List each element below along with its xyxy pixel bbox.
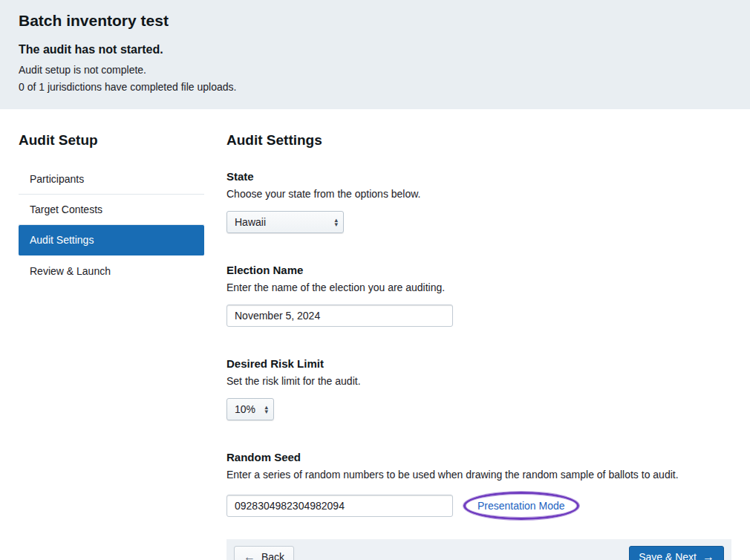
arrow-right-icon: → xyxy=(702,551,714,560)
sidebar-item-participants[interactable]: Participants xyxy=(19,164,204,195)
audit-settings-panel: Audit Settings State Choose your state f… xyxy=(226,131,731,560)
risk-limit-help-text: Set the risk limit for the audit. xyxy=(226,374,731,388)
double-caret-vertical-icon: ▴ ▾ xyxy=(264,405,268,414)
page-title: Batch inventory test xyxy=(19,11,731,30)
risk-limit-label: Desired Risk Limit xyxy=(226,356,731,371)
risk-limit-select[interactable]: 10% ▴ ▾ xyxy=(226,398,274,420)
audit-status-heading: The audit has not started. xyxy=(19,42,731,57)
election-name-label: Election Name xyxy=(226,263,731,278)
random-seed-help-text: Enter a series of random numbers to be u… xyxy=(226,467,731,482)
random-seed-label: Random Seed xyxy=(226,450,731,465)
panel-title: Audit Settings xyxy=(226,131,731,149)
annotation-ellipse: Presentation Mode xyxy=(463,492,579,520)
risk-limit-field-group: Desired Risk Limit Set the risk limit fo… xyxy=(226,356,731,420)
state-select[interactable]: Hawaii ▴ ▾ xyxy=(226,211,344,233)
state-help-text: Choose your state from the options below… xyxy=(226,186,731,201)
sidebar-title: Audit Setup xyxy=(19,131,204,149)
sidebar-item-target-contests[interactable]: Target Contests xyxy=(19,195,204,225)
caret-down-icon: ▾ xyxy=(334,222,338,227)
save-next-button[interactable]: Save & Next → xyxy=(629,546,724,560)
arrow-left-icon: ← xyxy=(244,551,255,560)
election-name-help-text: Enter the name of the election you are a… xyxy=(226,280,731,295)
back-button-label: Back xyxy=(261,551,284,560)
random-seed-field-group: Random Seed Enter a series of random num… xyxy=(226,450,731,520)
form-action-bar: ← Back Save & Next → xyxy=(226,539,731,560)
save-next-button-label: Save & Next xyxy=(639,551,697,560)
presentation-mode-link[interactable]: Presentation Mode xyxy=(477,500,565,512)
double-caret-vertical-icon: ▴ ▾ xyxy=(334,218,338,227)
sidebar-item-review-launch[interactable]: Review & Launch xyxy=(19,255,204,286)
setup-steps-menu: Participants Target Contests Audit Setti… xyxy=(19,164,204,286)
state-field-group: State Choose your state from the options… xyxy=(226,169,731,233)
content-area: Audit Setup Participants Target Contests… xyxy=(0,109,750,560)
election-name-field-group: Election Name Enter the name of the elec… xyxy=(226,263,731,327)
random-seed-input[interactable] xyxy=(226,495,453,517)
sidebar-item-audit-settings[interactable]: Audit Settings xyxy=(19,225,204,255)
state-label: State xyxy=(226,169,731,184)
audit-setup-status-line: Audit setup is not complete. xyxy=(19,62,731,79)
election-name-input[interactable] xyxy=(226,305,453,327)
caret-down-icon: ▾ xyxy=(264,409,268,414)
audit-setup-sidebar: Audit Setup Participants Target Contests… xyxy=(19,131,204,286)
state-select-value: Hawaii xyxy=(235,216,266,228)
audit-status-header: Batch inventory test The audit has not s… xyxy=(0,0,750,109)
random-seed-row: Presentation Mode xyxy=(226,492,731,520)
jurisdiction-upload-status-line: 0 of 1 jurisdictions have completed file… xyxy=(19,79,731,96)
back-button[interactable]: ← Back xyxy=(234,546,294,560)
risk-limit-select-value: 10% xyxy=(235,403,255,415)
